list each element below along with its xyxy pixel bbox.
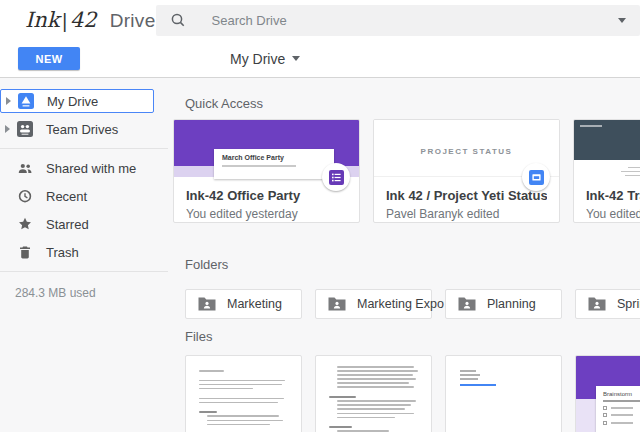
- chevron-down-icon: [292, 56, 300, 61]
- sidebar-item-starred[interactable]: Starred: [0, 212, 168, 236]
- sidebar: My Drive Team Drives Shared with me: [0, 78, 168, 432]
- file-thumbnail: [574, 120, 640, 177]
- files-label: Files: [185, 329, 640, 344]
- file-activity: Pavel Baranyk edited: [386, 207, 547, 221]
- sidebar-item-team-drives[interactable]: Team Drives: [0, 117, 168, 141]
- sidebar-item-recent[interactable]: Recent: [0, 184, 168, 208]
- quick-access-row: March Office Party Ink-42 Office Party Y…: [173, 119, 640, 223]
- quick-access-label: Quick Access: [185, 96, 640, 111]
- sidebar-item-label: Team Drives: [46, 122, 118, 137]
- form-preview-card: Brainstorm: [596, 386, 640, 432]
- top-bar: Ink | 42 Drive: [0, 0, 640, 40]
- folder-name: Marketing: [227, 297, 282, 311]
- sidebar-divider: [0, 148, 168, 149]
- storage-used-label: 284.3 MB used: [0, 286, 168, 300]
- expand-caret-icon[interactable]: [6, 97, 18, 105]
- new-button[interactable]: NEW: [18, 47, 80, 70]
- file-item-document[interactable]: [315, 355, 432, 432]
- form-preview-title: Brainstorm: [603, 391, 640, 397]
- google-slides-icon: [522, 163, 550, 191]
- document-preview: [186, 356, 301, 432]
- search-options-caret-icon[interactable]: [618, 18, 626, 23]
- folder-name: Spring ': [617, 297, 640, 311]
- logo-product-name: Drive: [110, 10, 156, 32]
- shared-folder-icon: [328, 297, 346, 311]
- search-bar[interactable]: [156, 5, 640, 36]
- drive-app: Ink | 42 Drive NEW My Drive: [0, 0, 640, 432]
- quick-access-card[interactable]: PROJECT STATUS Ink 42 / Project Yeti Sta…: [373, 119, 560, 223]
- sidebar-divider: [0, 271, 168, 272]
- folder-name: Marketing Expo: [357, 297, 444, 311]
- sidebar-item-label: My Drive: [47, 94, 98, 109]
- quick-access-card[interactable]: Ink-42 Training You edited at s: [573, 119, 640, 223]
- sidebar-item-label: Shared with me: [46, 161, 136, 176]
- folder-item[interactable]: Spring ': [575, 289, 640, 319]
- folder-item[interactable]: Planning: [445, 289, 562, 319]
- logo-number: 42: [70, 8, 97, 32]
- app-logo: Ink | 42 Drive: [0, 8, 156, 32]
- file-item-form[interactable]: Brainstorm: [575, 355, 640, 432]
- sidebar-item-label: Trash: [46, 245, 79, 260]
- search-icon: [170, 12, 186, 28]
- expand-caret-icon[interactable]: [5, 125, 17, 133]
- clock-icon: [17, 188, 33, 204]
- file-activity: You edited yesterday: [186, 207, 347, 221]
- quick-access-card[interactable]: March Office Party Ink-42 Office Party Y…: [173, 119, 360, 223]
- file-activity: You edited at s: [586, 207, 640, 221]
- file-title: Ink-42 Training: [586, 188, 640, 203]
- folder-item[interactable]: Marketing: [185, 289, 302, 319]
- logo-divider: |: [62, 9, 68, 31]
- sidebar-item-my-drive[interactable]: My Drive: [0, 89, 154, 113]
- location-title: My Drive: [230, 51, 285, 67]
- main-panel: Quick Access March Office Party Ink: [168, 78, 640, 432]
- hyperlink-line: [460, 384, 496, 386]
- people-icon: [17, 160, 33, 176]
- my-drive-icon: [18, 93, 34, 109]
- sidebar-item-label: Recent: [46, 189, 87, 204]
- folder-name: Planning: [487, 297, 536, 311]
- shared-folder-icon: [588, 297, 606, 311]
- file-title: Ink-42 Office Party: [186, 188, 347, 203]
- sidebar-item-label: Starred: [46, 217, 89, 232]
- search-input[interactable]: [212, 13, 618, 28]
- thumbnail-preview-title: PROJECT STATUS: [374, 120, 559, 156]
- folder-item[interactable]: Marketing Expo: [315, 289, 432, 319]
- content-area: My Drive Team Drives Shared with me: [0, 78, 640, 432]
- thumbnail-preview-title: March Office Party: [222, 154, 334, 161]
- location-dropdown[interactable]: My Drive: [230, 51, 300, 67]
- shared-folder-icon: [198, 297, 216, 311]
- logo-brand-text: Ink: [25, 8, 60, 32]
- sidebar-item-trash[interactable]: Trash: [0, 240, 168, 264]
- google-forms-icon: [322, 163, 350, 191]
- folders-row: Marketing Marketing Expo Planning Spring…: [185, 289, 640, 319]
- action-toolbar: NEW My Drive: [0, 40, 640, 78]
- file-item-document[interactable]: [445, 355, 562, 432]
- file-title: Ink 42 / Project Yeti Status: [386, 188, 547, 203]
- team-drives-icon: [17, 121, 33, 137]
- folders-label: Folders: [185, 257, 640, 272]
- file-item-document[interactable]: [185, 355, 302, 432]
- star-icon: [17, 216, 33, 232]
- document-preview: [460, 370, 496, 386]
- trash-icon: [17, 244, 33, 260]
- sidebar-item-shared-with-me[interactable]: Shared with me: [0, 156, 168, 180]
- shared-folder-icon: [458, 297, 476, 311]
- files-row: Brainstorm: [185, 355, 640, 432]
- document-preview: [316, 356, 431, 432]
